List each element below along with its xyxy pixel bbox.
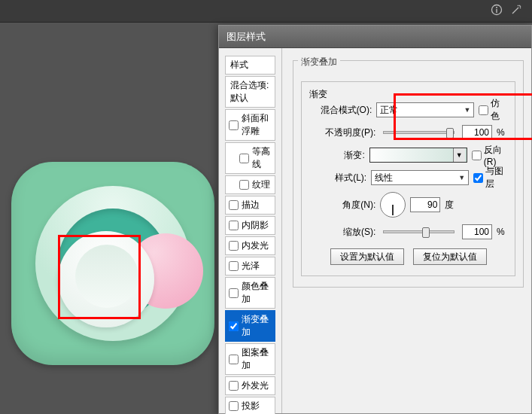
style-texture[interactable]: 纹理 — [225, 175, 275, 194]
blend-mode-label: 混合模式(O): — [309, 104, 372, 117]
effect-panel: 渐变叠加 渐变 混合模式(O): 正常 ▼ 仿色 不透明度(P): — [282, 48, 531, 413]
checkbox-bevel[interactable] — [229, 120, 239, 130]
gradient-swatch[interactable]: ▼ — [369, 148, 467, 163]
reverse-label: 反向(R) — [484, 144, 507, 167]
icon-artwork — [11, 162, 214, 365]
checkbox-texture[interactable] — [239, 180, 249, 190]
pct-label: % — [497, 227, 507, 237]
checkbox-patternoverlay[interactable] — [229, 355, 239, 364]
angle-label: 角度(N): — [309, 199, 375, 212]
gradient-label: 渐变: — [309, 149, 364, 162]
style-select[interactable]: 线性 ▼ — [371, 170, 469, 185]
angle-input[interactable] — [410, 197, 440, 212]
dither-check[interactable] — [479, 105, 488, 115]
style-stroke[interactable]: 描边 — [225, 196, 275, 215]
opacity-label: 不透明度(P): — [309, 126, 375, 139]
chevron-down-icon: ▼ — [458, 174, 465, 181]
toolbar-icons — [488, 2, 524, 18]
dial-needle — [392, 205, 394, 215]
checkbox-outerglow[interactable] — [229, 381, 239, 391]
style-list: 样式 混合选项:默认 斜面和浮雕 等高线 纹理 描边 内阴影 内发光 光泽 颜色… — [219, 48, 282, 413]
style-bevel-emboss[interactable]: 斜面和浮雕 — [225, 109, 275, 141]
style-inner-glow[interactable]: 内发光 — [225, 236, 275, 255]
checkbox-innershadow[interactable] — [229, 221, 239, 230]
canvas-area — [0, 23, 218, 414]
dither-checkbox[interactable]: 仿色 — [479, 97, 507, 123]
checkbox-innerglow[interactable] — [229, 241, 239, 251]
opacity-input[interactable] — [462, 125, 492, 140]
dither-label: 仿色 — [491, 97, 507, 123]
app-toolbar — [0, 0, 532, 23]
style-label: 斜面和浮雕 — [242, 112, 272, 138]
style-color-overlay[interactable]: 颜色叠加 — [225, 277, 275, 309]
style-label: 纹理 — [252, 178, 270, 191]
blend-mode-select[interactable]: 正常 ▼ — [376, 102, 474, 117]
pct-label: % — [497, 127, 507, 138]
style-label: 图案叠加 — [242, 346, 272, 372]
angle-unit: 度 — [445, 199, 454, 212]
checkbox-satin[interactable] — [229, 261, 239, 271]
style-gradient-overlay[interactable]: 渐变叠加 — [225, 310, 275, 342]
reverse-checkbox[interactable]: 反向(R) — [472, 144, 507, 167]
scale-input[interactable] — [462, 224, 492, 239]
svg-rect-2 — [496, 9, 497, 13]
style-label: 渐变叠加 — [242, 313, 272, 339]
style-label: 样式(L): — [309, 172, 366, 184]
gradient-overlay-fieldset: 渐变叠加 渐变 混合模式(O): 正常 ▼ 仿色 不透明度(P): — [293, 60, 524, 288]
style-drop-shadow[interactable]: 投影 — [225, 397, 275, 414]
style-satin[interactable]: 光泽 — [225, 257, 275, 275]
checkbox-stroke[interactable] — [229, 200, 239, 210]
style-label: 光泽 — [242, 260, 260, 272]
style-label: 颜色叠加 — [242, 280, 272, 306]
gradient-fieldset: 渐变 混合模式(O): 正常 ▼ 仿色 不透明度(P): % — [301, 81, 515, 276]
blend-mode-value: 正常 — [380, 104, 398, 117]
wand-icon[interactable] — [508, 2, 524, 18]
reset-default-button[interactable]: 复位为默认值 — [413, 248, 487, 265]
style-label: 外发光 — [242, 379, 269, 392]
scale-label: 缩放(S): — [309, 226, 375, 239]
set-default-button[interactable]: 设置为默认值 — [330, 248, 404, 265]
style-label: 内阴影 — [242, 219, 269, 232]
info-icon[interactable] — [488, 2, 505, 18]
section-title: 渐变叠加 — [298, 56, 340, 68]
align-label: 与图层 — [485, 165, 507, 190]
align-checkbox[interactable]: 与图层 — [473, 165, 507, 190]
checkbox-dropshadow[interactable] — [229, 401, 239, 411]
checkbox-coloroverlay[interactable] — [229, 288, 239, 298]
align-check[interactable] — [473, 173, 483, 183]
style-outer-glow[interactable]: 外发光 — [225, 376, 275, 395]
reverse-check[interactable] — [472, 151, 482, 160]
style-label: 描边 — [242, 199, 260, 212]
scale-slider[interactable] — [383, 230, 454, 233]
chevron-down-icon: ▼ — [464, 106, 470, 114]
slider-knob[interactable] — [422, 227, 430, 238]
checkbox-gradientoverlay[interactable] — [229, 321, 239, 331]
style-label: 等高线 — [252, 145, 272, 171]
style-label: 内发光 — [242, 239, 269, 252]
chevron-down-icon: ▼ — [453, 148, 465, 162]
svg-point-1 — [496, 7, 497, 8]
annotation-box-canvas — [58, 235, 141, 319]
style-pattern-overlay[interactable]: 图案叠加 — [225, 343, 275, 375]
angle-dial[interactable] — [380, 192, 406, 218]
style-label: 投影 — [242, 400, 260, 412]
gradient-legend: 渐变 — [309, 89, 327, 99]
styles-heading[interactable]: 样式 — [225, 56, 275, 75]
layer-style-dialog: 图层样式 样式 混合选项:默认 斜面和浮雕 等高线 纹理 描边 内阴影 内发光 … — [218, 25, 532, 414]
style-value: 线性 — [375, 172, 393, 184]
slider-knob[interactable] — [446, 128, 454, 139]
style-inner-shadow[interactable]: 内阴影 — [225, 216, 275, 235]
checkbox-contour[interactable] — [239, 154, 249, 163]
style-contour[interactable]: 等高线 — [225, 142, 275, 174]
dialog-title: 图层样式 — [219, 26, 531, 48]
opacity-slider[interactable] — [383, 131, 454, 134]
blend-options-default[interactable]: 混合选项:默认 — [225, 76, 275, 108]
